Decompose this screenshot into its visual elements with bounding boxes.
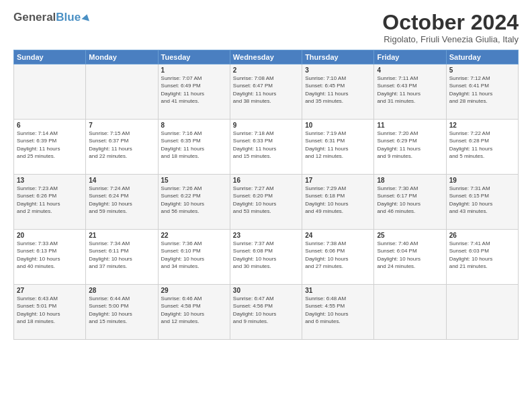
calendar-cell bbox=[446, 285, 518, 340]
calendar-cell bbox=[86, 64, 158, 120]
cell-info: Sunrise: 7:24 AM Sunset: 6:24 PM Dayligh… bbox=[89, 185, 154, 215]
header: GeneralBlue October 2024 Rigolato, Friul… bbox=[13, 11, 519, 44]
cell-info: Sunrise: 7:27 AM Sunset: 6:20 PM Dayligh… bbox=[233, 185, 299, 215]
day-number: 15 bbox=[161, 177, 227, 184]
day-number: 26 bbox=[449, 232, 515, 239]
calendar-week-4: 27Sunrise: 6:43 AM Sunset: 5:01 PM Dayli… bbox=[14, 285, 519, 340]
cell-info: Sunrise: 7:11 AM Sunset: 6:43 PM Dayligh… bbox=[377, 75, 443, 105]
calendar-cell: 17Sunrise: 7:29 AM Sunset: 6:18 PM Dayli… bbox=[302, 175, 374, 230]
col-thursday: Thursday bbox=[302, 50, 374, 64]
day-number: 18 bbox=[377, 177, 443, 184]
logo-arrow-icon bbox=[81, 13, 91, 23]
day-number: 1 bbox=[161, 66, 227, 74]
cell-info: Sunrise: 7:33 AM Sunset: 6:13 PM Dayligh… bbox=[17, 240, 83, 270]
day-number: 4 bbox=[377, 66, 443, 74]
cell-info: Sunrise: 6:43 AM Sunset: 5:01 PM Dayligh… bbox=[17, 295, 83, 325]
calendar-cell bbox=[14, 64, 86, 120]
day-number: 11 bbox=[377, 122, 443, 129]
cell-info: Sunrise: 7:30 AM Sunset: 6:17 PM Dayligh… bbox=[377, 185, 443, 215]
cell-info: Sunrise: 7:10 AM Sunset: 6:45 PM Dayligh… bbox=[305, 75, 371, 105]
calendar-cell: 14Sunrise: 7:24 AM Sunset: 6:24 PM Dayli… bbox=[86, 175, 158, 230]
header-row: Sunday Monday Tuesday Wednesday Thursday… bbox=[14, 50, 519, 64]
cell-info: Sunrise: 7:15 AM Sunset: 6:37 PM Dayligh… bbox=[89, 130, 154, 160]
day-number: 16 bbox=[233, 177, 299, 184]
day-number: 19 bbox=[449, 177, 515, 184]
calendar-cell: 29Sunrise: 6:46 AM Sunset: 4:58 PM Dayli… bbox=[158, 285, 230, 340]
day-number: 7 bbox=[89, 122, 154, 129]
page: GeneralBlue October 2024 Rigolato, Friul… bbox=[0, 0, 532, 411]
cell-info: Sunrise: 7:40 AM Sunset: 6:04 PM Dayligh… bbox=[377, 240, 443, 270]
day-number: 12 bbox=[449, 122, 515, 129]
day-number: 10 bbox=[305, 122, 371, 129]
cell-info: Sunrise: 7:31 AM Sunset: 6:15 PM Dayligh… bbox=[449, 185, 515, 215]
calendar-cell: 8Sunrise: 7:16 AM Sunset: 6:35 PM Daylig… bbox=[158, 120, 230, 175]
day-number: 22 bbox=[161, 232, 227, 239]
day-number: 29 bbox=[161, 287, 227, 294]
calendar-cell: 9Sunrise: 7:18 AM Sunset: 6:33 PM Daylig… bbox=[230, 120, 302, 175]
cell-info: Sunrise: 7:16 AM Sunset: 6:35 PM Dayligh… bbox=[161, 130, 227, 160]
day-number: 3 bbox=[305, 66, 371, 74]
calendar-week-0: 1Sunrise: 7:07 AM Sunset: 6:49 PM Daylig… bbox=[14, 64, 519, 120]
day-number: 2 bbox=[233, 66, 299, 74]
day-number: 31 bbox=[305, 287, 371, 294]
calendar-week-2: 13Sunrise: 7:23 AM Sunset: 6:26 PM Dayli… bbox=[14, 175, 519, 230]
cell-info: Sunrise: 7:34 AM Sunset: 6:11 PM Dayligh… bbox=[89, 240, 154, 270]
calendar-cell: 20Sunrise: 7:33 AM Sunset: 6:13 PM Dayli… bbox=[14, 230, 86, 285]
cell-info: Sunrise: 7:20 AM Sunset: 6:29 PM Dayligh… bbox=[377, 130, 443, 160]
svg-marker-0 bbox=[82, 13, 91, 21]
calendar-cell: 23Sunrise: 7:37 AM Sunset: 6:08 PM Dayli… bbox=[230, 230, 302, 285]
day-number: 6 bbox=[17, 122, 83, 129]
col-saturday: Saturday bbox=[446, 50, 518, 64]
calendar-cell: 5Sunrise: 7:12 AM Sunset: 6:41 PM Daylig… bbox=[446, 64, 518, 120]
day-number: 25 bbox=[377, 232, 443, 239]
calendar-cell: 25Sunrise: 7:40 AM Sunset: 6:04 PM Dayli… bbox=[374, 230, 446, 285]
calendar-cell: 24Sunrise: 7:38 AM Sunset: 6:06 PM Dayli… bbox=[302, 230, 374, 285]
calendar-cell: 19Sunrise: 7:31 AM Sunset: 6:15 PM Dayli… bbox=[446, 175, 518, 230]
calendar-cell: 22Sunrise: 7:36 AM Sunset: 6:10 PM Dayli… bbox=[158, 230, 230, 285]
cell-info: Sunrise: 6:44 AM Sunset: 5:00 PM Dayligh… bbox=[89, 295, 154, 325]
cell-info: Sunrise: 6:47 AM Sunset: 4:56 PM Dayligh… bbox=[233, 295, 299, 325]
cell-info: Sunrise: 6:48 AM Sunset: 4:55 PM Dayligh… bbox=[305, 295, 371, 325]
cell-info: Sunrise: 7:18 AM Sunset: 6:33 PM Dayligh… bbox=[233, 130, 299, 160]
calendar-cell: 7Sunrise: 7:15 AM Sunset: 6:37 PM Daylig… bbox=[86, 120, 158, 175]
col-tuesday: Tuesday bbox=[158, 50, 230, 64]
cell-info: Sunrise: 7:08 AM Sunset: 6:47 PM Dayligh… bbox=[233, 75, 299, 105]
calendar-cell: 16Sunrise: 7:27 AM Sunset: 6:20 PM Dayli… bbox=[230, 175, 302, 230]
calendar-cell: 28Sunrise: 6:44 AM Sunset: 5:00 PM Dayli… bbox=[86, 285, 158, 340]
col-friday: Friday bbox=[374, 50, 446, 64]
day-number: 24 bbox=[305, 232, 371, 239]
calendar-cell: 3Sunrise: 7:10 AM Sunset: 6:45 PM Daylig… bbox=[302, 64, 374, 120]
cell-info: Sunrise: 7:12 AM Sunset: 6:41 PM Dayligh… bbox=[449, 75, 515, 105]
calendar-cell: 30Sunrise: 6:47 AM Sunset: 4:56 PM Dayli… bbox=[230, 285, 302, 340]
logo: GeneralBlue bbox=[13, 11, 91, 24]
calendar-cell: 12Sunrise: 7:22 AM Sunset: 6:28 PM Dayli… bbox=[446, 120, 518, 175]
logo-text: GeneralBlue bbox=[13, 11, 81, 24]
calendar-cell: 1Sunrise: 7:07 AM Sunset: 6:49 PM Daylig… bbox=[158, 64, 230, 120]
day-number: 20 bbox=[17, 232, 83, 239]
col-sunday: Sunday bbox=[14, 50, 86, 64]
cell-info: Sunrise: 7:23 AM Sunset: 6:26 PM Dayligh… bbox=[17, 185, 83, 215]
calendar-week-1: 6Sunrise: 7:14 AM Sunset: 6:39 PM Daylig… bbox=[14, 120, 519, 175]
calendar-cell: 6Sunrise: 7:14 AM Sunset: 6:39 PM Daylig… bbox=[14, 120, 86, 175]
location: Rigolato, Friuli Venezia Giulia, Italy bbox=[382, 34, 519, 44]
cell-info: Sunrise: 7:29 AM Sunset: 6:18 PM Dayligh… bbox=[305, 185, 371, 215]
calendar-cell: 26Sunrise: 7:41 AM Sunset: 6:03 PM Dayli… bbox=[446, 230, 518, 285]
logo-general: General bbox=[13, 11, 56, 24]
calendar-cell: 31Sunrise: 6:48 AM Sunset: 4:55 PM Dayli… bbox=[302, 285, 374, 340]
calendar-week-3: 20Sunrise: 7:33 AM Sunset: 6:13 PM Dayli… bbox=[14, 230, 519, 285]
calendar-cell: 18Sunrise: 7:30 AM Sunset: 6:17 PM Dayli… bbox=[374, 175, 446, 230]
day-number: 13 bbox=[17, 177, 83, 184]
day-number: 21 bbox=[89, 232, 154, 239]
cell-info: Sunrise: 7:41 AM Sunset: 6:03 PM Dayligh… bbox=[449, 240, 515, 270]
day-number: 28 bbox=[89, 287, 154, 294]
day-number: 30 bbox=[233, 287, 299, 294]
calendar-cell: 13Sunrise: 7:23 AM Sunset: 6:26 PM Dayli… bbox=[14, 175, 86, 230]
day-number: 8 bbox=[161, 122, 227, 129]
calendar-cell: 10Sunrise: 7:19 AM Sunset: 6:31 PM Dayli… bbox=[302, 120, 374, 175]
day-number: 5 bbox=[449, 66, 515, 74]
day-number: 27 bbox=[17, 287, 83, 294]
calendar-cell bbox=[374, 285, 446, 340]
calendar-cell: 2Sunrise: 7:08 AM Sunset: 6:47 PM Daylig… bbox=[230, 64, 302, 120]
day-number: 14 bbox=[89, 177, 154, 184]
cell-info: Sunrise: 7:38 AM Sunset: 6:06 PM Dayligh… bbox=[305, 240, 371, 270]
